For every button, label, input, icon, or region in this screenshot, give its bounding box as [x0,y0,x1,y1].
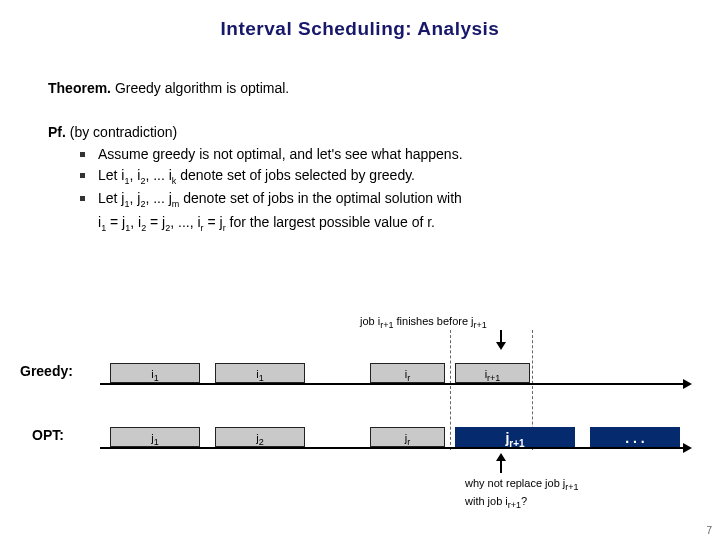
t: , ... i [145,167,171,183]
theorem-lead: Theorem. [48,80,111,96]
t: = j [106,214,125,230]
opt-box-highlight: jr+1 [455,427,575,447]
bullet-3: Let j1, j2, ... jm denote set of jobs in… [80,188,720,235]
opt-box: jr [370,427,445,447]
t: for the largest possible value of r. [226,214,435,230]
pf-text: (by contradiction) [66,124,177,140]
t: Let i [98,167,124,183]
proof-head: Pf. (by contradiction) [48,124,720,140]
sub: r+1 [487,373,500,383]
opt-box-ellipsis: . . . [590,427,680,447]
t: with job i [465,495,508,507]
t: , ..., i [170,214,200,230]
greedy-box: i1 [110,363,200,383]
bullet-list: Assume greedy is not optimal, and let's … [80,144,720,235]
page-number: 7 [706,525,712,536]
t: job i [360,315,380,327]
greedy-box: i1 [215,363,305,383]
t: denote set of jobs in the optimal soluti… [179,190,462,206]
t: denote set of jobs selected by greedy. [176,167,415,183]
sub: 1 [154,373,159,383]
opt-label: OPT: [32,427,64,443]
t: , i [130,214,141,230]
sub: 2 [259,437,264,447]
t: = j [204,214,223,230]
opt-box: j1 [110,427,200,447]
t: , j [129,190,140,206]
caption-bottom: why not replace job jr+1 with job ir+1? [465,476,579,512]
t: Let j [98,190,124,206]
arrow-down-icon [500,330,502,348]
sub: r+1 [508,500,521,510]
sub: 1 [154,437,159,447]
sub: r+1 [380,320,393,330]
bullet-1: Assume greedy is not optimal, and let's … [80,144,720,165]
arrow-up-icon [500,455,502,473]
sub: r [407,437,410,447]
axis [100,447,690,449]
theorem-text: Greedy algorithm is optimal. [111,80,289,96]
slide-title: Interval Scheduling: Analysis [0,0,720,40]
opt-box: j2 [215,427,305,447]
t: finishes before j [393,315,473,327]
sub: 1 [259,373,264,383]
t: , ... j [145,190,171,206]
sub: r [407,373,410,383]
sub: r+1 [565,482,578,492]
pf-lead: Pf. [48,124,66,140]
t: , i [129,167,140,183]
greedy-box: ir [370,363,445,383]
axis [100,383,690,385]
t: why not replace job j [465,477,565,489]
bullet-2: Let i1, i2, ... ik denote set of jobs se… [80,165,720,188]
caption-top: job ir+1 finishes before jr+1 [360,315,487,330]
arrowhead-icon [683,379,692,389]
greedy-track: i1 i1 ir ir+1 [100,355,690,385]
t: = j [146,214,165,230]
greedy-label: Greedy: [20,363,73,379]
theorem-line: Theorem. Greedy algorithm is optimal. [48,80,720,96]
arrowhead-icon [683,443,692,453]
sub: r+1 [509,438,524,449]
opt-track: j1 j2 jr jr+1 . . . [100,419,690,449]
greedy-box: ir+1 [455,363,530,383]
t: ? [521,495,527,507]
sub: r+1 [474,320,487,330]
